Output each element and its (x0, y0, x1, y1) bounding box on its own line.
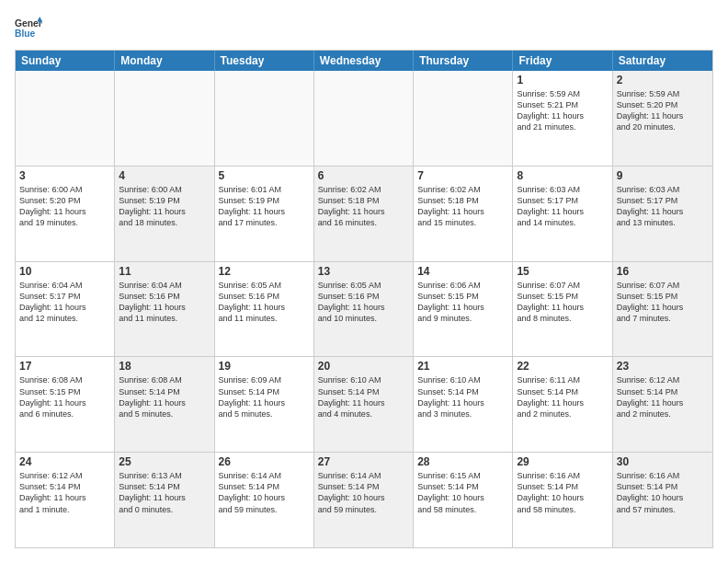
calendar-cell: 8Sunrise: 6:03 AM Sunset: 5:17 PM Daylig… (513, 167, 612, 261)
day-info: Sunrise: 6:13 AM Sunset: 5:14 PM Dayligh… (119, 470, 210, 515)
day-info: Sunrise: 6:14 AM Sunset: 5:14 PM Dayligh… (318, 470, 409, 515)
calendar-cell: 4Sunrise: 6:00 AM Sunset: 5:19 PM Daylig… (115, 167, 214, 261)
day-info: Sunrise: 6:12 AM Sunset: 5:14 PM Dayligh… (617, 374, 709, 419)
day-number: 22 (517, 360, 608, 373)
day-number: 2 (617, 74, 709, 86)
day-info: Sunrise: 6:12 AM Sunset: 5:14 PM Dayligh… (19, 470, 110, 515)
calendar-cell (16, 71, 115, 166)
calendar-cell: 28Sunrise: 6:15 AM Sunset: 5:14 PM Dayli… (414, 453, 513, 547)
day-number: 21 (417, 360, 508, 373)
day-number: 27 (318, 455, 409, 468)
day-info: Sunrise: 6:10 AM Sunset: 5:14 PM Dayligh… (417, 374, 508, 419)
day-info: Sunrise: 6:00 AM Sunset: 5:19 PM Dayligh… (119, 184, 210, 229)
day-info: Sunrise: 6:05 AM Sunset: 5:16 PM Dayligh… (318, 280, 409, 325)
calendar-cell: 7Sunrise: 6:02 AM Sunset: 5:18 PM Daylig… (414, 167, 513, 261)
calendar-cell: 25Sunrise: 6:13 AM Sunset: 5:14 PM Dayli… (115, 453, 214, 547)
calendar-cell: 2Sunrise: 5:59 AM Sunset: 5:20 PM Daylig… (613, 71, 712, 166)
day-number: 26 (219, 455, 310, 468)
calendar-cell: 6Sunrise: 6:02 AM Sunset: 5:18 PM Daylig… (314, 167, 414, 261)
calendar-cell (215, 71, 314, 166)
day-number: 13 (318, 265, 409, 278)
day-number: 6 (318, 169, 409, 182)
day-number: 23 (617, 360, 709, 373)
calendar-week-5: 24Sunrise: 6:12 AM Sunset: 5:14 PM Dayli… (16, 452, 712, 547)
day-info: Sunrise: 6:06 AM Sunset: 5:15 PM Dayligh… (417, 280, 508, 325)
day-number: 8 (517, 169, 608, 182)
svg-text:Blue: Blue (15, 29, 36, 39)
calendar-cell: 22Sunrise: 6:11 AM Sunset: 5:14 PM Dayli… (513, 357, 612, 452)
day-number: 24 (19, 455, 110, 468)
calendar-cell (115, 71, 214, 166)
calendar-cell: 9Sunrise: 6:03 AM Sunset: 5:17 PM Daylig… (613, 167, 712, 261)
day-info: Sunrise: 6:14 AM Sunset: 5:14 PM Dayligh… (219, 470, 310, 515)
calendar-header: SundayMondayTuesdayWednesdayThursdayFrid… (16, 51, 712, 71)
calendar-cell: 21Sunrise: 6:10 AM Sunset: 5:14 PM Dayli… (414, 357, 513, 452)
day-info: Sunrise: 6:04 AM Sunset: 5:16 PM Dayligh… (119, 280, 210, 325)
day-number: 25 (119, 455, 210, 468)
header-day-saturday: Saturday (613, 51, 712, 71)
day-info: Sunrise: 6:11 AM Sunset: 5:14 PM Dayligh… (517, 374, 608, 419)
day-number: 20 (318, 360, 409, 373)
calendar-cell: 12Sunrise: 6:05 AM Sunset: 5:16 PM Dayli… (215, 262, 314, 357)
day-number: 11 (119, 265, 210, 278)
calendar-body: 1Sunrise: 5:59 AM Sunset: 5:21 PM Daylig… (16, 71, 712, 547)
day-info: Sunrise: 6:07 AM Sunset: 5:15 PM Dayligh… (517, 280, 608, 325)
day-number: 18 (119, 360, 210, 373)
calendar-cell: 29Sunrise: 6:16 AM Sunset: 5:14 PM Dayli… (513, 453, 612, 547)
calendar: SundayMondayTuesdayWednesdayThursdayFrid… (15, 50, 713, 548)
day-info: Sunrise: 6:00 AM Sunset: 5:20 PM Dayligh… (19, 184, 110, 229)
day-info: Sunrise: 6:02 AM Sunset: 5:18 PM Dayligh… (318, 184, 409, 229)
calendar-cell: 26Sunrise: 6:14 AM Sunset: 5:14 PM Dayli… (215, 453, 314, 547)
day-number: 19 (219, 360, 310, 373)
calendar-cell: 10Sunrise: 6:04 AM Sunset: 5:17 PM Dayli… (16, 262, 115, 357)
day-info: Sunrise: 6:16 AM Sunset: 5:14 PM Dayligh… (617, 470, 709, 515)
day-number: 30 (617, 455, 709, 468)
day-info: Sunrise: 6:04 AM Sunset: 5:17 PM Dayligh… (19, 280, 110, 325)
calendar-cell: 11Sunrise: 6:04 AM Sunset: 5:16 PM Dayli… (115, 262, 214, 357)
calendar-cell: 30Sunrise: 6:16 AM Sunset: 5:14 PM Dayli… (613, 453, 712, 547)
day-info: Sunrise: 6:07 AM Sunset: 5:15 PM Dayligh… (617, 280, 709, 325)
day-info: Sunrise: 6:03 AM Sunset: 5:17 PM Dayligh… (617, 184, 709, 229)
day-info: Sunrise: 6:15 AM Sunset: 5:14 PM Dayligh… (417, 470, 508, 515)
calendar-week-4: 17Sunrise: 6:08 AM Sunset: 5:15 PM Dayli… (16, 356, 712, 452)
day-number: 5 (219, 169, 310, 182)
day-info: Sunrise: 6:03 AM Sunset: 5:17 PM Dayligh… (517, 184, 608, 229)
calendar-cell: 17Sunrise: 6:08 AM Sunset: 5:15 PM Dayli… (16, 357, 115, 452)
day-info: Sunrise: 6:09 AM Sunset: 5:14 PM Dayligh… (219, 374, 310, 419)
day-number: 17 (19, 360, 110, 373)
day-number: 10 (19, 265, 110, 278)
calendar-week-2: 3Sunrise: 6:00 AM Sunset: 5:20 PM Daylig… (16, 166, 712, 261)
logo: General Blue (15, 15, 42, 42)
calendar-cell (414, 71, 513, 166)
calendar-week-3: 10Sunrise: 6:04 AM Sunset: 5:17 PM Dayli… (16, 261, 712, 357)
day-number: 14 (417, 265, 508, 278)
calendar-cell: 23Sunrise: 6:12 AM Sunset: 5:14 PM Dayli… (613, 357, 712, 452)
header-day-thursday: Thursday (414, 51, 513, 71)
day-info: Sunrise: 5:59 AM Sunset: 5:20 PM Dayligh… (617, 88, 709, 133)
calendar-cell: 1Sunrise: 5:59 AM Sunset: 5:21 PM Daylig… (513, 71, 612, 166)
calendar-cell: 18Sunrise: 6:08 AM Sunset: 5:14 PM Dayli… (115, 357, 214, 452)
calendar-week-1: 1Sunrise: 5:59 AM Sunset: 5:21 PM Daylig… (16, 71, 712, 166)
day-info: Sunrise: 6:02 AM Sunset: 5:18 PM Dayligh… (417, 184, 508, 229)
day-info: Sunrise: 5:59 AM Sunset: 5:21 PM Dayligh… (517, 88, 608, 133)
calendar-cell: 3Sunrise: 6:00 AM Sunset: 5:20 PM Daylig… (16, 167, 115, 261)
day-number: 7 (417, 169, 508, 182)
day-info: Sunrise: 6:05 AM Sunset: 5:16 PM Dayligh… (219, 280, 310, 325)
day-number: 4 (119, 169, 210, 182)
day-number: 3 (19, 169, 110, 182)
day-number: 12 (219, 265, 310, 278)
header-day-friday: Friday (513, 51, 612, 71)
calendar-cell: 5Sunrise: 6:01 AM Sunset: 5:19 PM Daylig… (215, 167, 314, 261)
day-number: 29 (517, 455, 608, 468)
day-info: Sunrise: 6:08 AM Sunset: 5:14 PM Dayligh… (119, 374, 210, 419)
logo-icon: General Blue (15, 15, 42, 42)
calendar-cell: 19Sunrise: 6:09 AM Sunset: 5:14 PM Dayli… (215, 357, 314, 452)
day-info: Sunrise: 6:16 AM Sunset: 5:14 PM Dayligh… (517, 470, 608, 515)
calendar-cell: 16Sunrise: 6:07 AM Sunset: 5:15 PM Dayli… (613, 262, 712, 357)
calendar-cell: 14Sunrise: 6:06 AM Sunset: 5:15 PM Dayli… (414, 262, 513, 357)
header-day-monday: Monday (115, 51, 214, 71)
header-day-wednesday: Wednesday (314, 51, 414, 71)
page-header: General Blue (15, 15, 713, 42)
calendar-cell: 13Sunrise: 6:05 AM Sunset: 5:16 PM Dayli… (314, 262, 414, 357)
day-number: 16 (617, 265, 709, 278)
